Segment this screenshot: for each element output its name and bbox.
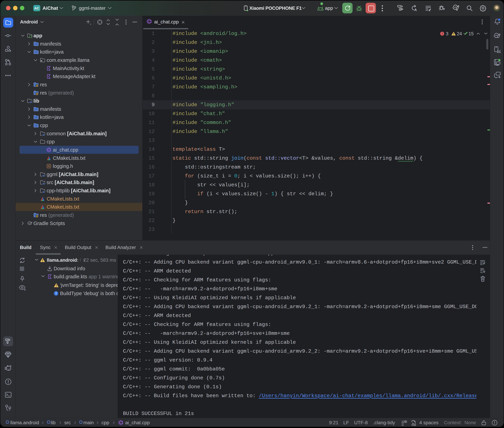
svg-text:A: A [414, 8, 417, 12]
